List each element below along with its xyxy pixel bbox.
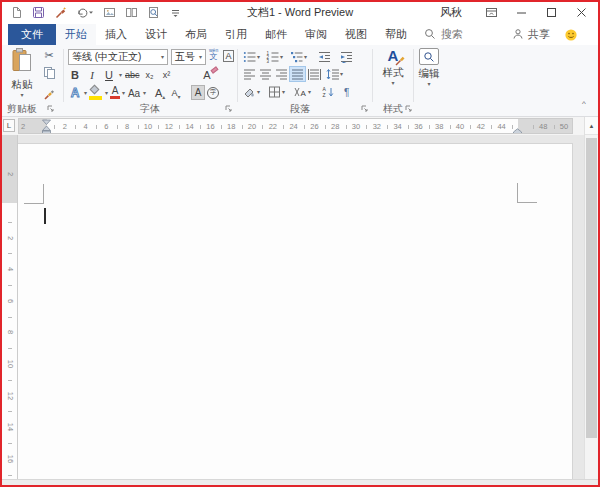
tab-layout[interactable]: 布局 bbox=[176, 24, 216, 45]
font-color-caret-icon[interactable]: ▾ bbox=[122, 90, 125, 96]
ruler-number: 8 bbox=[5, 324, 15, 340]
ruler-tick bbox=[8, 475, 12, 476]
strikethrough-button[interactable]: abc bbox=[125, 67, 140, 82]
format-painter-button[interactable] bbox=[43, 87, 56, 105]
font-color-button[interactable]: A bbox=[110, 86, 120, 99]
tab-file[interactable]: 文件 bbox=[8, 24, 56, 45]
tab-insert[interactable]: 插入 bbox=[96, 24, 136, 45]
ruler-number: 50 bbox=[560, 119, 568, 134]
feedback-smiley-icon[interactable] bbox=[564, 24, 578, 45]
align-center-button[interactable] bbox=[257, 66, 274, 82]
clipboard-dialog-launcher-icon[interactable] bbox=[46, 104, 56, 114]
styles-button[interactable]: A 样式 ▾ bbox=[376, 48, 410, 86]
show-formatting-marks-button[interactable]: ¶ bbox=[342, 84, 351, 100]
bold-button[interactable]: B bbox=[68, 67, 82, 82]
multilevel-list-button[interactable]: ▾ bbox=[288, 49, 309, 65]
editing-button[interactable]: 编辑 ▾ bbox=[416, 48, 442, 87]
superscript-button[interactable]: x² bbox=[160, 67, 174, 82]
editing-button-label: 编辑 bbox=[419, 67, 440, 81]
align-right-button[interactable] bbox=[273, 66, 290, 82]
ruler-number: 16 bbox=[5, 451, 15, 467]
tab-home[interactable]: 开始 bbox=[56, 24, 96, 45]
ribbon-display-options-icon[interactable] bbox=[476, 0, 506, 24]
collapse-ribbon-icon[interactable]: ^ bbox=[577, 97, 591, 109]
enclose-characters-button[interactable]: 字 bbox=[207, 87, 219, 99]
scroll-up-button[interactable]: ▲ bbox=[585, 117, 598, 135]
change-case-caret-icon[interactable]: ▾ bbox=[143, 90, 146, 96]
shrink-font-button[interactable]: A▾ bbox=[169, 85, 183, 100]
paste-label: 粘贴 bbox=[12, 78, 33, 92]
indent-markers-icon[interactable] bbox=[41, 119, 52, 134]
text-effects-button[interactable]: A bbox=[68, 85, 82, 100]
paste-button[interactable]: 粘贴 ▾ bbox=[6, 48, 38, 101]
asian-layout-button[interactable]: A ▾ bbox=[292, 84, 313, 100]
increase-indent-button[interactable] bbox=[338, 49, 355, 65]
decrease-indent-button[interactable] bbox=[316, 49, 333, 65]
highlight-caret-icon[interactable]: ▾ bbox=[105, 90, 108, 96]
tab-mailings[interactable]: 邮件 bbox=[256, 24, 296, 45]
font-dialog-launcher-icon[interactable] bbox=[224, 104, 234, 114]
copy-button[interactable] bbox=[43, 65, 56, 83]
text-effects-caret-icon[interactable]: ▾ bbox=[84, 90, 87, 96]
font-size-caret-icon: ▾ bbox=[196, 54, 202, 60]
character-border-button[interactable]: A bbox=[223, 50, 234, 62]
distributed-button[interactable] bbox=[306, 66, 323, 82]
grow-glyph: A bbox=[155, 87, 162, 100]
phonetic-char: 文 bbox=[210, 53, 218, 61]
character-shading-button[interactable]: A bbox=[191, 85, 205, 100]
subscript-button[interactable]: x₂ bbox=[143, 67, 157, 82]
ruler-number: 2 bbox=[63, 119, 67, 134]
underline-button[interactable]: U bbox=[102, 67, 116, 82]
cut-button[interactable]: ✂ bbox=[44, 49, 53, 61]
ruler-tick bbox=[8, 443, 12, 444]
font-size-select[interactable]: 五号 ▾ bbox=[171, 49, 206, 65]
vertical-ruler[interactable]: 224681012141618 bbox=[2, 135, 18, 480]
paragraph-dialog-launcher-icon[interactable] bbox=[360, 104, 370, 114]
numbering-button[interactable]: 123 ▾ bbox=[264, 49, 285, 65]
minimize-button[interactable] bbox=[506, 0, 536, 24]
ruler-tick bbox=[117, 125, 118, 129]
tab-review[interactable]: 审阅 bbox=[296, 24, 336, 45]
search-icon bbox=[424, 28, 436, 42]
grow-font-button[interactable]: A▴ bbox=[153, 85, 167, 100]
horizontal-ruler[interactable]: 2246810121416182022242628303234363840424… bbox=[18, 118, 573, 134]
shading-button[interactable]: ▾ bbox=[241, 84, 262, 100]
ruler-tick bbox=[138, 125, 139, 129]
borders-button[interactable]: ▾ bbox=[266, 84, 287, 100]
align-left-button[interactable] bbox=[241, 66, 258, 82]
ruler-tick bbox=[200, 125, 201, 129]
close-button[interactable] bbox=[566, 0, 596, 24]
highlight-button[interactable] bbox=[89, 86, 103, 100]
ruler-tick bbox=[242, 125, 243, 129]
group-divider bbox=[372, 49, 373, 102]
tab-references[interactable]: 引用 bbox=[216, 24, 256, 45]
bullets-button[interactable]: ▾ bbox=[241, 49, 262, 65]
tab-design[interactable]: 设计 bbox=[136, 24, 176, 45]
paste-caret-icon: ▾ bbox=[20, 92, 23, 98]
phonetic-guide-button[interactable]: wén 文 bbox=[209, 48, 218, 61]
underline-caret-icon[interactable]: ▾ bbox=[119, 72, 122, 78]
tab-view[interactable]: 视图 bbox=[336, 24, 376, 45]
styles-caret-icon: ▾ bbox=[391, 80, 394, 86]
clear-formatting-button[interactable]: A bbox=[200, 67, 214, 82]
italic-button[interactable]: I bbox=[85, 67, 99, 82]
maximize-button[interactable] bbox=[536, 0, 566, 24]
document-page[interactable] bbox=[18, 143, 573, 480]
font-name-select[interactable]: 等线 (中文正文) ▾ bbox=[68, 49, 168, 65]
tab-stop-selector[interactable]: L bbox=[3, 119, 15, 132]
search-box[interactable]: 搜索 bbox=[424, 24, 463, 45]
styles-dialog-launcher-icon[interactable] bbox=[404, 104, 414, 114]
user-name[interactable]: 风秋 bbox=[440, 5, 462, 20]
scrollbar-thumb[interactable] bbox=[586, 138, 597, 438]
highlighter-pen-icon bbox=[90, 84, 100, 94]
sort-button[interactable]: AZ bbox=[320, 84, 337, 100]
justify-button[interactable] bbox=[289, 66, 306, 82]
vertical-scrollbar[interactable]: ▲ bbox=[584, 117, 598, 480]
share-button[interactable]: 共享 bbox=[512, 24, 550, 45]
right-indent-marker-icon[interactable] bbox=[512, 123, 523, 134]
change-case-button[interactable]: Aa bbox=[127, 85, 141, 100]
document-area[interactable]: 224681012141618 bbox=[0, 135, 600, 480]
ruler-number: 6 bbox=[104, 119, 108, 134]
tab-help[interactable]: 帮助 bbox=[376, 24, 416, 45]
line-spacing-button[interactable]: ▾ bbox=[324, 66, 345, 82]
